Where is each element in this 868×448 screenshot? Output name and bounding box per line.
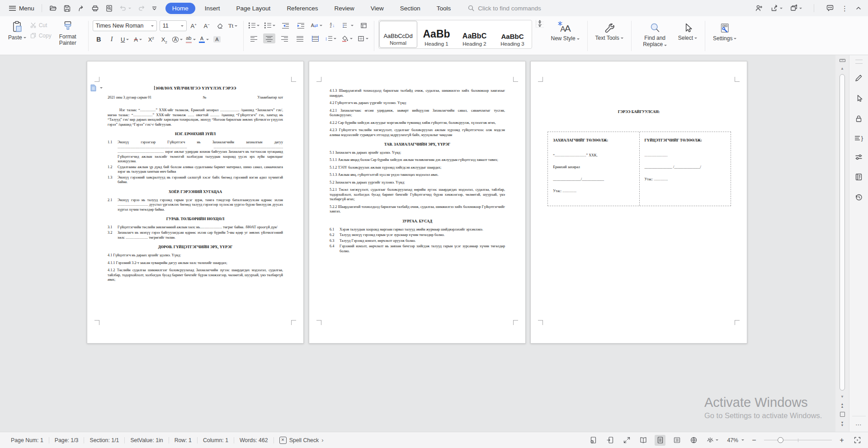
- text-tools-button[interactable]: Text Tools: [592, 21, 627, 53]
- status-item[interactable]: Page: 1/3: [49, 437, 84, 443]
- clear-format-button[interactable]: [214, 21, 226, 31]
- status-item[interactable]: Page Num: 1: [5, 437, 49, 443]
- document-page-3[interactable]: ГЭРЭЭ БАЙГУУЛСАН:ЗАХИАЛАГЧИЙГ ТӨЛӨӨЛЖ:“.…: [530, 61, 747, 344]
- paste-button[interactable]: Paste: [5, 19, 30, 42]
- sidebar-handle[interactable]: [855, 60, 863, 64]
- align-right-button[interactable]: [278, 33, 291, 43]
- paragraph-marks-button[interactable]: [342, 20, 354, 30]
- open-icon[interactable]: [49, 5, 57, 12]
- text-direction-button[interactable]: A⇄: [310, 20, 323, 30]
- scroll-down-icon[interactable]: ▼: [840, 392, 844, 401]
- strikethrough-button[interactable]: A: [132, 34, 144, 44]
- style-normal[interactable]: AaBbCcDdNormal: [379, 21, 417, 48]
- status-item[interactable]: SetValue: 1in: [125, 437, 168, 443]
- mobile-view-icon[interactable]: [604, 435, 615, 446]
- tab-page-layout[interactable]: Page Layout: [230, 3, 278, 14]
- align-left-button[interactable]: [248, 33, 260, 43]
- superscript-button[interactable]: X2: [145, 34, 157, 44]
- copy-button[interactable]: Copy: [30, 32, 52, 39]
- status-item[interactable]: Section: 1/1: [84, 437, 124, 443]
- distribute-button[interactable]: [309, 33, 321, 43]
- font-color-button[interactable]: A: [198, 34, 210, 44]
- select-browse-object-icon[interactable]: [840, 412, 845, 417]
- document-page-2[interactable]: 4.1.3 Шаардлагатай тохиолдолд барилгын т…: [309, 61, 526, 344]
- page-setup-quick-icon[interactable]: [90, 84, 103, 92]
- justify-button[interactable]: [294, 33, 306, 43]
- add-tab-icon[interactable]: [790, 4, 802, 12]
- spell-check-button[interactable]: ✕ Spell Check ›: [274, 437, 329, 444]
- zoom-out-button[interactable]: −: [750, 436, 758, 444]
- notebook-icon[interactable]: [854, 173, 863, 181]
- tab-view[interactable]: View: [364, 3, 391, 14]
- zoom-slider-knob[interactable]: [778, 437, 783, 443]
- sidebar-more-icon[interactable]: ⋯: [855, 421, 862, 428]
- history-icon[interactable]: [854, 193, 863, 202]
- scroll-up-icon[interactable]: ▲: [840, 64, 844, 72]
- fullscreen-icon[interactable]: [621, 435, 632, 446]
- increase-indent-button[interactable]: [295, 20, 307, 30]
- highlight-color-button[interactable]: ab: [184, 34, 197, 44]
- new-style-button[interactable]: AA New Style: [547, 22, 583, 43]
- shrink-font-button[interactable]: A−: [201, 21, 213, 31]
- outline-view-icon[interactable]: [671, 435, 682, 446]
- shading-button[interactable]: [340, 33, 354, 43]
- more-options-icon[interactable]: ⋮: [841, 5, 848, 12]
- status-item[interactable]: Column: 1: [198, 437, 234, 443]
- status-item[interactable]: Words: 462: [234, 437, 274, 443]
- export-icon[interactable]: [77, 5, 85, 12]
- text-effects-button[interactable]: A: [171, 34, 184, 44]
- underline-button[interactable]: U: [119, 34, 131, 44]
- tab-review[interactable]: Review: [327, 3, 361, 14]
- numbering-button[interactable]: [264, 20, 276, 30]
- quick-access-more-icon[interactable]: [151, 5, 157, 11]
- line-spacing-button[interactable]: [325, 33, 337, 43]
- tab-section[interactable]: Section: [393, 3, 427, 14]
- menu-button[interactable]: Menu: [6, 3, 37, 14]
- change-case-button[interactable]: Tt: [227, 21, 239, 31]
- command-search[interactable]: Click to find commands: [467, 5, 541, 12]
- grow-font-button[interactable]: A+: [188, 21, 200, 31]
- align-center-button[interactable]: [263, 33, 275, 43]
- web-layout-icon[interactable]: [688, 435, 699, 446]
- redo-icon[interactable]: [137, 5, 145, 12]
- read-mode-icon[interactable]: [638, 435, 649, 446]
- status-item[interactable]: Row: 1: [169, 437, 197, 443]
- document-page-1[interactable]: ЗӨВЛӨХ ҮЙЛЧИЛГЭЭ ҮЗҮҮЛЭХ ГЭРЭЭ2021 оны 3…: [87, 61, 304, 344]
- zoom-slider[interactable]: [764, 437, 832, 444]
- outline-brace-icon[interactable]: }: [854, 135, 863, 141]
- bold-button[interactable]: B: [93, 34, 105, 44]
- save-icon[interactable]: [63, 5, 71, 12]
- lock-icon[interactable]: [854, 114, 863, 123]
- tab-tools[interactable]: Tools: [430, 3, 458, 14]
- frame-button[interactable]: [358, 20, 370, 30]
- previous-page-icon[interactable]: ▲▲: [841, 401, 844, 410]
- font-name-select[interactable]: Times New Roman: [93, 20, 157, 31]
- style-gallery-more-button[interactable]: [536, 24, 544, 28]
- ruler-toggle-icon[interactable]: [839, 55, 846, 64]
- comment-icon[interactable]: [826, 4, 834, 12]
- style-heading-1[interactable]: AaBbHeading 1: [418, 20, 456, 48]
- document-canvas[interactable]: ЗӨВЛӨХ ҮЙЛЧИЛГЭЭ ҮЗҮҮЛЭХ ГЭРЭЭ2021 оны 3…: [0, 55, 835, 432]
- next-page-icon[interactable]: ▼▼: [841, 419, 844, 428]
- bullets-button[interactable]: [248, 20, 260, 30]
- settings-button[interactable]: Settings: [709, 21, 740, 53]
- print-layout-icon[interactable]: [655, 435, 665, 446]
- find-replace-button[interactable]: Find and Replace: [636, 21, 675, 53]
- tab-references[interactable]: References: [280, 3, 325, 14]
- zoom-level[interactable]: 47%: [727, 437, 744, 443]
- italic-button[interactable]: I: [106, 34, 118, 44]
- select-tool-icon[interactable]: [855, 94, 863, 103]
- font-size-select[interactable]: 11: [160, 20, 187, 31]
- scrollbar-thumb[interactable]: [840, 74, 845, 391]
- eye-protection-icon[interactable]: [705, 435, 719, 446]
- share-document-icon[interactable]: [755, 4, 763, 12]
- decrease-indent-button[interactable]: [279, 20, 292, 30]
- vertical-scrollbar[interactable]: ▲ ▼ ▲▲ ▼▼: [835, 55, 849, 432]
- borders-button[interactable]: [357, 33, 369, 43]
- task-window-icon[interactable]: [588, 435, 599, 446]
- cut-button[interactable]: Cut: [30, 22, 52, 28]
- fit-page-icon[interactable]: [852, 435, 863, 446]
- character-shading-button[interactable]: A: [211, 34, 223, 44]
- format-painter-button[interactable]: Format Painter: [52, 19, 84, 48]
- share-icon[interactable]: [770, 4, 783, 12]
